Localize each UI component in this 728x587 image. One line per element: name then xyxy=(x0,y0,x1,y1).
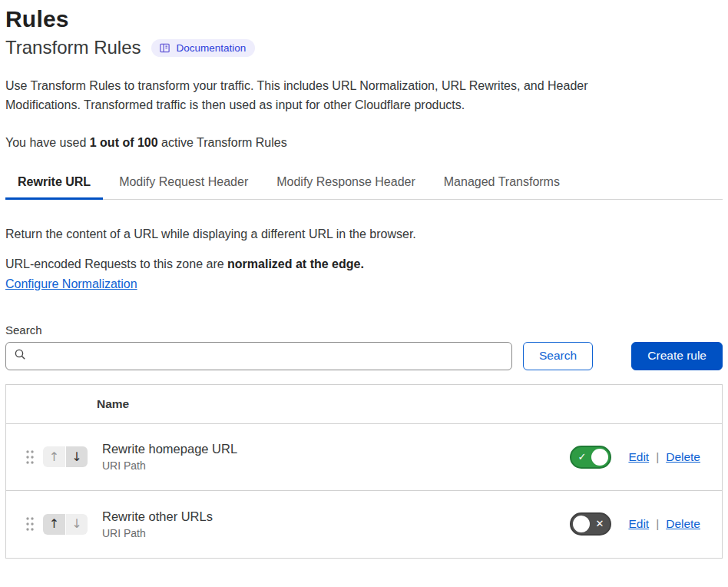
documentation-badge[interactable]: Documentation xyxy=(151,39,255,57)
move-down-button[interactable]: ↓ xyxy=(65,446,88,467)
rule-type: URI Path xyxy=(102,459,570,472)
search-label: Search xyxy=(5,323,723,337)
tab-bar: Rewrite URL Modify Request Header Modify… xyxy=(5,167,723,200)
search-input[interactable] xyxy=(33,350,504,363)
book-icon xyxy=(159,42,170,54)
search-button[interactable]: Search xyxy=(523,342,593,370)
rule-info: Rewrite other URLs URI Path xyxy=(97,509,570,539)
search-icon xyxy=(14,348,33,364)
row-reorder-controls: ↑ ↓ xyxy=(25,514,97,535)
rule-type: URI Path xyxy=(102,527,570,539)
subtitle-row: Transform Rules Documentation xyxy=(5,37,723,58)
row-right: ✓ Edit | Delete xyxy=(570,446,700,469)
edit-link[interactable]: Edit xyxy=(628,517,649,531)
delete-link[interactable]: Delete xyxy=(666,450,700,464)
search-box xyxy=(5,342,512,370)
row-right: ✕ Edit | Delete xyxy=(570,512,700,536)
page-subtitle: Transform Rules xyxy=(5,37,141,58)
normalization-status: URL-encoded Requests to this zone are no… xyxy=(5,257,723,271)
usage-count: 1 out of 100 xyxy=(90,136,158,149)
panel-description: Return the content of a URL while displa… xyxy=(5,227,723,241)
intro-description: Use Transform Rules to transform your tr… xyxy=(5,77,620,115)
rule-name: Rewrite other URLs xyxy=(102,509,570,524)
rule-name: Rewrite homepage URL xyxy=(102,442,570,456)
rule-enabled-toggle[interactable]: ✓ xyxy=(570,446,611,469)
rule-enabled-toggle[interactable]: ✕ xyxy=(570,512,611,536)
action-separator: | xyxy=(656,517,659,531)
rule-info: Rewrite homepage URL URI Path xyxy=(97,442,570,472)
toggle-knob xyxy=(591,449,608,466)
usage-line: You have used 1 out of 100 active Transf… xyxy=(5,136,723,150)
tab-modify-request-header[interactable]: Modify Request Header xyxy=(107,167,260,199)
cross-icon: ✕ xyxy=(596,518,604,529)
toggle-knob xyxy=(573,516,590,532)
normalization-bold: normalized at the edge. xyxy=(227,257,364,270)
row-actions: Edit | Delete xyxy=(628,450,700,464)
table-header-row: Name xyxy=(6,385,722,424)
move-up-button: ↑ xyxy=(43,446,65,467)
delete-link[interactable]: Delete xyxy=(666,517,700,531)
rules-table: Name ↑ ↓ Rewrite homepage URL URI Path ✓ xyxy=(5,384,723,559)
drag-handle-icon[interactable] xyxy=(25,449,35,466)
table-row: ↑ ↓ Rewrite other URLs URI Path ✕ Edit |… xyxy=(6,491,722,558)
row-actions: Edit | Delete xyxy=(628,517,700,531)
move-down-button: ↓ xyxy=(65,514,88,535)
tab-managed-transforms[interactable]: Managed Transforms xyxy=(432,167,572,199)
column-header-name: Name xyxy=(97,397,129,411)
move-button-group: ↑ ↓ xyxy=(43,446,88,467)
edit-link[interactable]: Edit xyxy=(628,450,649,464)
table-row: ↑ ↓ Rewrite homepage URL URI Path ✓ Edit… xyxy=(6,424,722,491)
tab-rewrite-url[interactable]: Rewrite URL xyxy=(5,167,103,199)
documentation-badge-label: Documentation xyxy=(176,42,246,54)
controls-row: Search Create rule xyxy=(5,342,723,370)
page-title: Rules xyxy=(5,6,723,32)
tab-modify-response-header[interactable]: Modify Response Header xyxy=(264,167,428,199)
move-button-group: ↑ ↓ xyxy=(43,514,88,535)
configure-normalization-link[interactable]: Configure Normalization xyxy=(5,277,137,291)
drag-handle-icon[interactable] xyxy=(25,516,35,532)
action-separator: | xyxy=(656,450,659,464)
check-icon: ✓ xyxy=(577,451,586,463)
move-up-button[interactable]: ↑ xyxy=(43,514,65,535)
create-rule-button[interactable]: Create rule xyxy=(631,342,723,370)
row-reorder-controls: ↑ ↓ xyxy=(25,446,97,467)
